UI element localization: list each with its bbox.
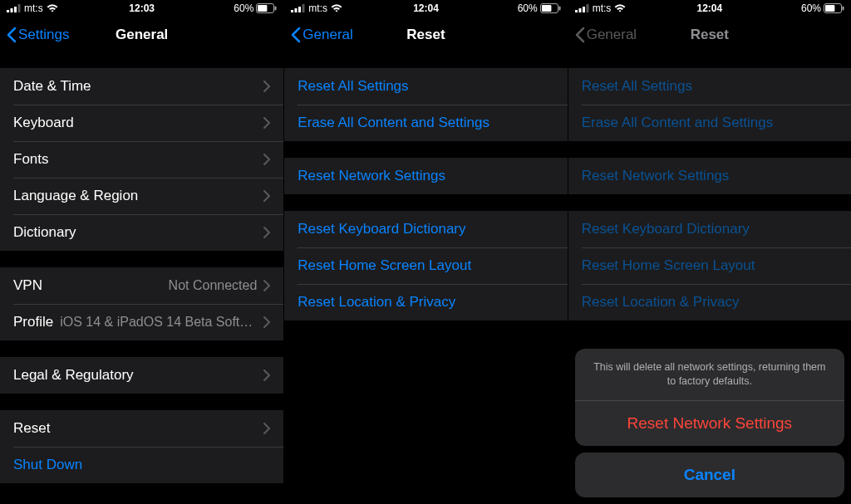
status-bar: mt:s 12:04 60% bbox=[568, 0, 851, 17]
row-date-time[interactable]: Date & Time bbox=[0, 68, 283, 105]
svg-rect-1 bbox=[11, 8, 13, 12]
svg-rect-17 bbox=[586, 4, 588, 12]
chevron-right-icon bbox=[263, 280, 270, 291]
chevron-right-icon bbox=[263, 369, 270, 381]
carrier-label: mt:s bbox=[593, 2, 612, 14]
action-sheet-message: This will delete all network settings, r… bbox=[575, 349, 844, 401]
back-label: General bbox=[587, 27, 637, 43]
row-reset-network-settings[interactable]: Reset Network Settings bbox=[284, 158, 567, 194]
row-reset-network-settings: Reset Network Settings bbox=[568, 158, 851, 194]
row-reset-all-settings: Reset All Settings bbox=[568, 68, 851, 105]
nav-bar: Settings General bbox=[0, 17, 283, 53]
svg-rect-7 bbox=[291, 10, 293, 12]
group-reset-shutdown: Reset Shut Down bbox=[0, 410, 283, 483]
settings-reset-screen: mt:s 12:04 60% General Reset Reset All S… bbox=[283, 0, 567, 504]
cell-signal-icon bbox=[575, 4, 589, 12]
svg-rect-2 bbox=[14, 7, 17, 12]
chevron-left-icon bbox=[575, 27, 585, 43]
row-vpn-value: Not Connected bbox=[169, 278, 258, 293]
settings-reset-screen-confirm: mt:s 12:04 60% General Reset Reset All S… bbox=[568, 0, 851, 504]
group-reset-misc: Reset Keyboard Dictionary Reset Home Scr… bbox=[568, 211, 851, 321]
row-reset-keyboard-dictionary: Reset Keyboard Dictionary bbox=[568, 211, 851, 247]
svg-rect-19 bbox=[825, 5, 834, 12]
chevron-right-icon bbox=[263, 227, 270, 238]
svg-rect-8 bbox=[295, 8, 298, 12]
svg-rect-20 bbox=[842, 7, 844, 11]
row-keyboard[interactable]: Keyboard bbox=[0, 105, 283, 141]
svg-rect-9 bbox=[298, 7, 301, 12]
cell-signal-icon bbox=[291, 4, 305, 12]
group-datetime: Date & Time Keyboard Fonts Language & Re… bbox=[0, 68, 283, 251]
action-sheet-panel: This will delete all network settings, r… bbox=[575, 349, 844, 446]
row-vpn[interactable]: VPNNot Connected bbox=[0, 267, 283, 304]
battery-icon bbox=[540, 3, 561, 13]
action-sheet-destructive-button[interactable]: Reset Network Settings bbox=[575, 401, 844, 446]
group-reset-all: Reset All Settings Erase All Content and… bbox=[284, 68, 567, 141]
action-sheet-cancel-button[interactable]: Cancel bbox=[575, 453, 844, 497]
wifi-icon bbox=[331, 4, 342, 12]
row-reset-location-privacy[interactable]: Reset Location & Privacy bbox=[284, 284, 567, 321]
back-label: General bbox=[303, 27, 352, 43]
row-dictionary[interactable]: Dictionary bbox=[0, 214, 283, 251]
battery-icon bbox=[256, 3, 277, 13]
carrier-label: mt:s bbox=[24, 2, 43, 14]
svg-rect-12 bbox=[542, 5, 551, 12]
group-vpn-profile: VPNNot Connected ProfileiOS 14 & iPadOS … bbox=[0, 267, 283, 340]
row-language-region[interactable]: Language & Region bbox=[0, 178, 283, 214]
nav-bar: General Reset bbox=[568, 17, 851, 53]
group-reset-network: Reset Network Settings bbox=[284, 158, 567, 194]
svg-rect-13 bbox=[558, 7, 560, 11]
cell-signal-icon bbox=[7, 4, 21, 12]
back-button[interactable]: Settings bbox=[7, 27, 69, 43]
row-profile[interactable]: ProfileiOS 14 & iPadOS 14 Beta Softwar… bbox=[0, 304, 283, 340]
row-erase-all-content: Erase All Content and Settings bbox=[568, 105, 851, 141]
row-reset-all-settings[interactable]: Reset All Settings bbox=[284, 68, 567, 105]
row-reset-home-screen-layout[interactable]: Reset Home Screen Layout bbox=[284, 247, 567, 284]
chevron-right-icon bbox=[263, 190, 270, 202]
back-button[interactable]: General bbox=[291, 27, 352, 43]
row-fonts[interactable]: Fonts bbox=[0, 141, 283, 178]
group-reset-all: Reset All Settings Erase All Content and… bbox=[568, 68, 851, 141]
settings-general-screen: mt:s 12:03 60% Settings General Date & T… bbox=[0, 0, 283, 504]
chevron-right-icon bbox=[263, 81, 270, 92]
battery-icon bbox=[824, 3, 844, 13]
chevron-left-icon bbox=[7, 27, 17, 43]
row-profile-value: iOS 14 & iPadOS 14 Beta Softwar… bbox=[60, 315, 257, 330]
row-erase-all-content[interactable]: Erase All Content and Settings bbox=[284, 105, 567, 141]
row-reset-location-privacy: Reset Location & Privacy bbox=[568, 284, 851, 321]
wifi-icon bbox=[614, 4, 626, 12]
row-reset-home-screen-layout: Reset Home Screen Layout bbox=[568, 247, 851, 284]
svg-rect-5 bbox=[258, 5, 267, 12]
battery-percent: 60% bbox=[234, 2, 253, 14]
svg-rect-14 bbox=[575, 10, 578, 12]
svg-rect-6 bbox=[275, 7, 277, 11]
back-label: Settings bbox=[18, 27, 69, 43]
row-reset[interactable]: Reset bbox=[0, 410, 283, 447]
wifi-icon bbox=[47, 4, 58, 12]
group-legal: Legal & Regulatory bbox=[0, 357, 283, 394]
chevron-right-icon bbox=[263, 154, 270, 165]
back-button: General bbox=[575, 27, 637, 43]
status-bar: mt:s 12:04 60% bbox=[284, 0, 567, 17]
action-sheet-cancel-panel: Cancel bbox=[575, 453, 844, 497]
chevron-right-icon bbox=[263, 316, 270, 328]
svg-rect-15 bbox=[578, 8, 581, 12]
svg-rect-3 bbox=[18, 4, 21, 12]
action-sheet: This will delete all network settings, r… bbox=[575, 349, 844, 497]
row-reset-keyboard-dictionary[interactable]: Reset Keyboard Dictionary bbox=[284, 211, 567, 247]
carrier-label: mt:s bbox=[308, 2, 327, 14]
row-legal-regulatory[interactable]: Legal & Regulatory bbox=[0, 357, 283, 394]
battery-percent: 60% bbox=[801, 2, 821, 14]
svg-rect-0 bbox=[7, 10, 9, 12]
battery-percent: 60% bbox=[518, 2, 538, 14]
group-reset-misc: Reset Keyboard Dictionary Reset Home Scr… bbox=[284, 211, 567, 321]
svg-rect-16 bbox=[583, 7, 585, 12]
nav-bar: General Reset bbox=[284, 17, 567, 53]
status-bar: mt:s 12:03 60% bbox=[0, 0, 283, 17]
row-shut-down[interactable]: Shut Down bbox=[0, 447, 283, 483]
chevron-right-icon bbox=[263, 423, 270, 434]
group-reset-network: Reset Network Settings bbox=[568, 158, 851, 194]
svg-rect-10 bbox=[303, 4, 305, 12]
chevron-right-icon bbox=[263, 117, 270, 129]
chevron-left-icon bbox=[291, 27, 301, 43]
